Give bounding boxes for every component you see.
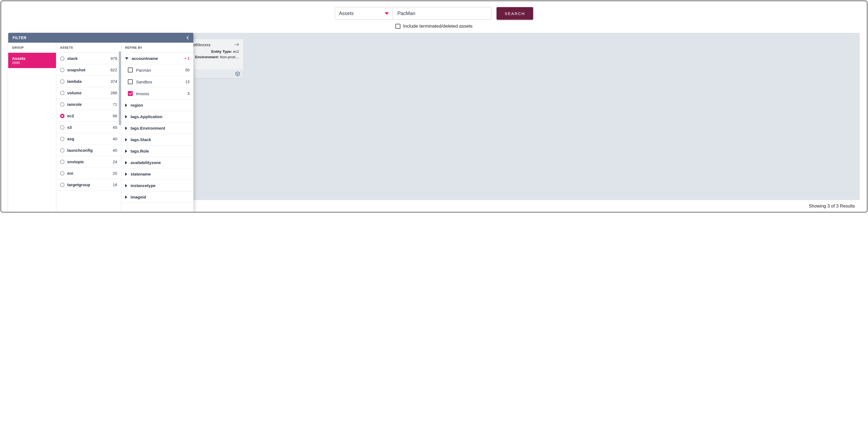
include-terminated-row: Include terminated/deleted assets [1,22,867,33]
asset-row[interactable]: snstopic24 [56,156,121,168]
refine-option[interactable]: Sandbox13 [121,76,193,87]
scrollbar[interactable] [119,51,121,125]
asset-count: 45 [113,125,117,130]
refine-head[interactable]: imageid [121,191,193,203]
refine-section: instancetype [121,180,193,191]
refine-section: imageid [121,191,193,203]
group-item-count: 2695 [12,61,52,65]
collapse-filter-icon[interactable] [186,35,189,40]
refine-section: region [121,100,193,111]
refine-head[interactable]: statename [121,168,193,180]
refine-name: instancetype [130,183,156,188]
refine-head[interactable]: instancetype [121,180,193,191]
filter-panel: FILTER GROUP Assets2695 ASSETS stack979s… [8,33,193,212]
entity-type-label: Entity Type: [211,50,232,54]
checkbox-icon[interactable] [128,91,133,96]
refine-head[interactable]: region [121,100,193,111]
asset-name: volume [67,90,82,95]
radio-icon[interactable] [60,125,64,130]
category-select[interactable]: Assets [335,7,393,20]
refine-head[interactable]: tags.Environment [121,122,193,134]
asset-row[interactable]: s345 [56,122,121,133]
refine-option-count: 13 [185,80,190,84]
asset-name: s3 [67,125,72,130]
cube-icon [235,72,240,76]
radio-icon[interactable] [60,79,64,84]
asset-row[interactable]: targetgroup16 [56,179,121,191]
refine-name: imageid [130,195,146,199]
asset-row[interactable]: iamrole71 [56,99,121,110]
assets-column-header: ASSETS [56,42,121,53]
refine-name: accountname [132,56,158,61]
refine-section: statename [121,168,193,180]
refine-section: tags.Role [121,145,193,157]
refine-section: accountname+ 1Pacman50Sandbox13tmooss3 [121,53,193,100]
chevron-right-icon [125,149,127,153]
asset-row[interactable]: asg40 [56,133,121,145]
asset-count: 66 [113,114,117,118]
refine-option-count: 3 [187,91,190,96]
radio-icon[interactable] [60,171,64,175]
asset-count: 20 [113,171,117,175]
asset-name: asg [67,137,74,141]
search-button[interactable]: SEARCH [497,7,533,20]
radio-icon[interactable] [60,68,64,72]
asset-row[interactable]: volume286 [56,87,121,99]
refine-head[interactable]: accountname+ 1 [121,53,193,64]
filter-header: FILTER [8,33,193,42]
refine-column-header: REFINE BY [121,42,193,53]
include-terminated-checkbox[interactable] [396,24,400,29]
asset-row[interactable]: lambda374 [56,76,121,87]
entity-type-value: ec2 [233,50,239,54]
refine-section: availabilityzone [121,157,193,168]
search-group: Assets [335,7,492,20]
radio-icon[interactable] [60,183,64,187]
refine-option[interactable]: Pacman50 [121,64,193,76]
arrow-right-icon[interactable] [235,43,240,46]
group-item[interactable]: Assets2695 [8,53,56,68]
asset-name: targetgroup [67,182,90,187]
refine-head[interactable]: availabilityzone [121,157,193,168]
refine-name: tags.Application [130,114,162,119]
filter-group-column: GROUP Assets2695 [8,42,56,212]
asset-count: 16 [113,183,117,187]
chevron-right-icon [125,196,127,199]
radio-icon[interactable] [60,137,64,141]
radio-icon[interactable] [60,102,64,107]
chevron-right-icon [125,184,127,187]
asset-count: 622 [111,68,117,72]
refine-name: region [130,103,143,108]
asset-row[interactable]: stack979 [56,53,121,64]
refine-name: statename [130,172,151,176]
refine-head[interactable]: tags.Role [121,145,193,157]
refine-badge: + 1 [185,56,190,60]
refine-name: tags.Environment [130,126,165,131]
refine-section: tags.Environment [121,122,193,134]
checkbox-icon[interactable] [128,79,133,84]
checkbox-icon[interactable] [128,67,133,73]
search-input[interactable] [393,7,491,20]
filter-title: FILTER [12,35,27,40]
asset-name: snstopic [67,160,84,164]
asset-row[interactable]: ec266 [56,110,121,122]
radio-icon[interactable] [60,114,64,118]
chevron-right-icon [125,138,127,141]
radio-icon[interactable] [60,91,64,95]
asset-row[interactable]: launchconfig40 [56,145,121,156]
refine-option-name: Sandbox [136,80,152,84]
radio-icon[interactable] [60,160,64,164]
refine-option[interactable]: tmooss3 [121,87,193,99]
refine-head[interactable]: tags.Stack [121,134,193,145]
asset-count: 286 [111,91,117,95]
refine-option-name: tmooss [136,91,149,96]
refine-name: tags.Role [130,149,149,153]
asset-row[interactable]: snapshot622 [56,64,121,76]
search-bar: Assets SEARCH [1,1,867,22]
radio-icon[interactable] [60,56,64,61]
refine-head[interactable]: tags.Application [121,111,193,122]
radio-icon[interactable] [60,148,64,152]
environment-value: Non-prod… [220,55,239,59]
chevron-right-icon [125,126,127,130]
asset-row[interactable]: eni20 [56,168,121,179]
chevron-right-icon [125,173,127,176]
